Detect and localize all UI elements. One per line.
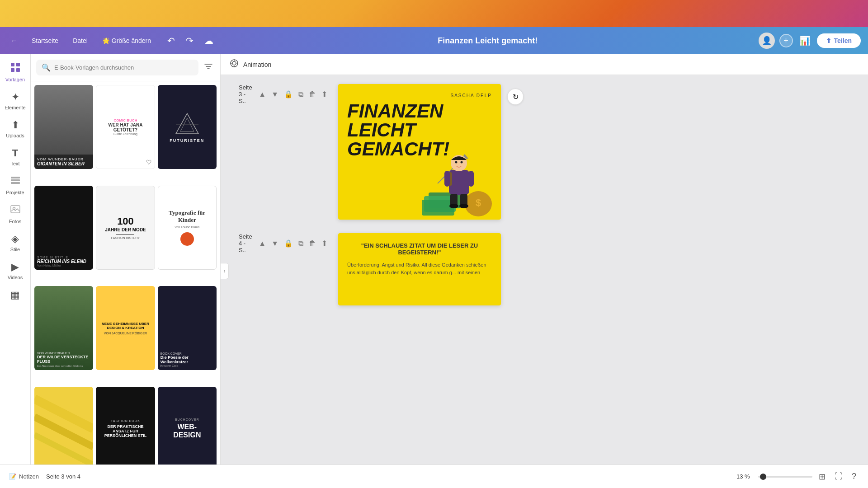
sidebar-item-pattern[interactable]: ▦	[2, 286, 29, 305]
template-item[interactable]: FASHION BOOK DER PRAKTISCHE ANSATZ FÜR P…	[96, 387, 155, 471]
page3-canvas[interactable]: SASCHA DELP FINANZENLEICHTGEMACHT!	[338, 84, 501, 220]
search-input[interactable]	[54, 64, 193, 71]
uploads-icon: ⬆	[11, 119, 19, 131]
page3-share-button[interactable]: ⬆	[320, 89, 329, 99]
page3-up-button[interactable]: ▲	[257, 89, 268, 99]
svg-rect-7	[11, 206, 20, 213]
search-input-wrapper: 🔍	[36, 60, 198, 75]
page4-quote: "EIN SCHLAUES ZITAT UM DIE LESER ZU BEGE…	[347, 242, 492, 256]
template-item[interactable]: SOME SUBTITLE REICHTUM INS ELEND Von Hei…	[34, 186, 93, 270]
sidebar-item-vorlagen[interactable]: Vorlagen	[2, 59, 29, 86]
template-item[interactable]	[34, 387, 93, 471]
page4-up-button[interactable]: ▲	[257, 239, 268, 249]
page3-label-row: Seite 3 - S.. ▲ ▼ 🔒 ⧉ 🗑 ⬆	[239, 84, 329, 104]
resize-button[interactable]: 🌟Größe ändern	[99, 35, 155, 46]
page3-refresh-button[interactable]: ↻	[507, 89, 524, 105]
template-item[interactable]: VON WUNDERBAUER DER WILDE VERSTECKTE FLU…	[34, 286, 93, 370]
template-item[interactable]: VOM WUNDER-BAUER GIGANTEN IN SILBER	[34, 85, 93, 169]
sidebar-item-fotos[interactable]: Fotos	[2, 201, 29, 228]
collapse-panel-button[interactable]: ‹	[221, 263, 229, 279]
template-item[interactable]: FUTURISTEN	[158, 85, 217, 169]
back-button[interactable]: ←	[7, 35, 21, 46]
svg-rect-6	[11, 182, 20, 184]
page4-down-button[interactable]: ▼	[269, 239, 280, 249]
page-counter: Seite 3 von 4	[46, 473, 80, 480]
template-item[interactable]: Typografie für Kinder Von Louise Braun	[158, 186, 217, 270]
svg-point-34	[449, 204, 458, 208]
page4-copy-button[interactable]: ⧉	[297, 239, 305, 249]
svg-rect-1	[16, 63, 20, 66]
elemente-icon: ✦	[11, 91, 19, 103]
bottom-toolbar: 📝 Notizen Seite 3 von 4 13 % ⊞ ⛶ ?	[0, 465, 868, 488]
svg-rect-2	[11, 68, 14, 72]
bottom-right-actions: ⊞ ⛶ ?	[816, 470, 859, 483]
page4-lock-button[interactable]: 🔒	[282, 238, 295, 249]
template-item[interactable]: COMIC BUCH WER HAT JANA GETÖTET? Bunte Z…	[96, 85, 155, 169]
save-cloud-button[interactable]: ☁	[201, 33, 217, 48]
header-left: ← Startseite Datei 🌟Größe ändern	[7, 35, 155, 46]
add-collaborator-button[interactable]: +	[779, 34, 793, 47]
template-item[interactable]: NEUE GEHEIMNISSE ÜBER DESIGN & KREATION …	[96, 286, 155, 370]
template-item[interactable]: BOOK COVER Die Poesie der Wolkenkratzer …	[158, 286, 217, 370]
help-button[interactable]: ?	[849, 470, 859, 483]
template-item[interactable]: BUCHCOVER WEB-DESIGN	[158, 387, 217, 471]
svg-marker-9	[176, 113, 198, 134]
svg-rect-0	[11, 63, 14, 66]
svg-rect-31	[444, 171, 450, 187]
redo-button[interactable]: ↷	[182, 33, 197, 48]
sidebar-item-text[interactable]: T Text	[2, 144, 29, 170]
svg-point-28	[461, 161, 463, 164]
fotos-icon	[10, 204, 20, 217]
grid-view-button[interactable]: ⊞	[816, 470, 828, 483]
page3-canvas-wrapper: SASCHA DELP FINANZENLEICHTGEMACHT!	[338, 84, 501, 220]
share-button[interactable]: ⬆ Teilen	[817, 33, 861, 48]
left-sidebar: Vorlagen ✦ Elemente ⬆ Uploads T Text Pro…	[0, 54, 31, 488]
finanzen-cover: SASCHA DELP FINANZENLEICHTGEMACHT!	[338, 84, 501, 220]
page4-content: "EIN SCHLAUES ZITAT UM DIE LESER ZU BEGE…	[338, 233, 501, 305]
page-section-3: Seite 3 - S.. ▲ ▼ 🔒 ⧉ 🗑 ⬆	[239, 84, 850, 220]
zoom-controls: 13 % ⊞ ⛶ ?	[736, 470, 859, 483]
svg-rect-30	[468, 171, 474, 187]
sidebar-item-videos[interactable]: ▶ Videos	[2, 258, 29, 284]
stats-button[interactable]: 📊	[797, 33, 812, 48]
share-icon: ⬆	[826, 37, 831, 44]
fullscreen-button[interactable]: ⛶	[832, 470, 845, 483]
vorlagen-icon	[10, 62, 20, 75]
animation-icon	[230, 59, 239, 70]
canvas-area: Animation Seite 3 - S.. ▲ ▼ 🔒 ⧉ 🗑 ⬆	[221, 54, 868, 488]
template-item[interactable]: 100 JAHRE DER MODE FASHION HISTORY	[96, 186, 155, 270]
pattern-icon: ▦	[10, 289, 20, 301]
header-actions: ↶ ↷ ☁	[164, 33, 217, 48]
header: ← Startseite Datei 🌟Größe ändern ↶ ↷ ☁ F…	[0, 27, 868, 54]
page3-copy-button[interactable]: ⧉	[297, 89, 305, 99]
svg-point-27	[455, 161, 458, 164]
zoom-slider[interactable]	[758, 476, 812, 478]
avatar[interactable]: 👤	[759, 33, 775, 49]
svg-point-35	[459, 204, 468, 208]
sidebar-item-elemente[interactable]: ✦ Elemente	[2, 88, 29, 114]
page3-down-button[interactable]: ▼	[269, 89, 280, 99]
page3-delete-button[interactable]: 🗑	[307, 89, 318, 99]
videos-icon: ▶	[11, 261, 19, 273]
sidebar-item-projekte[interactable]: Projekte	[2, 172, 29, 199]
page4-share-button[interactable]: ⬆	[320, 238, 329, 249]
page4-canvas[interactable]: "EIN SCHLAUES ZITAT UM DIE LESER ZU BEGE…	[338, 233, 501, 305]
sidebar-item-stile[interactable]: ◈ Stile	[2, 230, 29, 256]
projekte-icon	[10, 175, 20, 188]
undo-button[interactable]: ↶	[164, 33, 179, 48]
search-icon: 🔍	[42, 63, 51, 72]
document-title: Finanzen Leicht gemacht!	[222, 36, 753, 46]
finanzen-author: SASCHA DELP	[451, 93, 492, 98]
animation-toolbar: Animation	[221, 54, 868, 75]
notes-button[interactable]: 📝 Notizen	[9, 473, 39, 480]
filter-button[interactable]	[202, 60, 215, 75]
finanzen-illustration: $	[420, 129, 501, 220]
text-icon: T	[12, 147, 18, 159]
home-button[interactable]: Startseite	[28, 35, 62, 46]
header-right: 👤 + 📊 ⬆ Teilen	[759, 33, 861, 49]
page4-delete-button[interactable]: 🗑	[307, 239, 318, 249]
page3-lock-button[interactable]: 🔒	[282, 89, 295, 99]
file-button[interactable]: Datei	[69, 35, 91, 46]
notes-icon: 📝	[9, 473, 16, 480]
sidebar-item-uploads[interactable]: ⬆ Uploads	[2, 116, 29, 142]
